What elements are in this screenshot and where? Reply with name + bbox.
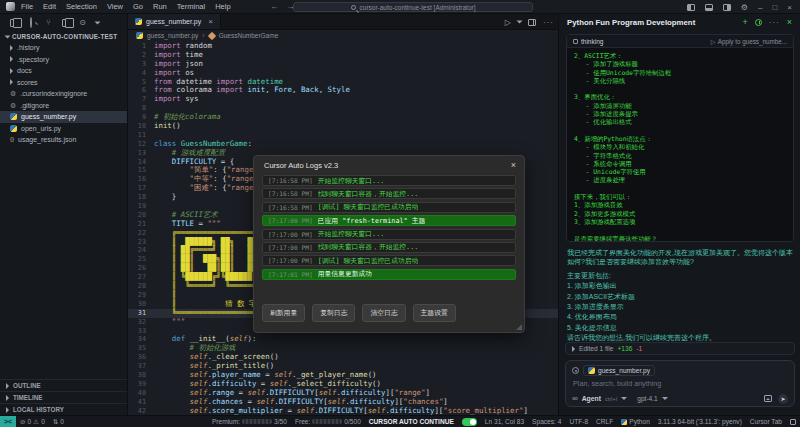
send-button[interactable]: ➤ <box>778 394 788 404</box>
dialog-button[interactable]: 主题设置 <box>413 304 456 322</box>
maximize-button[interactable]: □ <box>772 3 777 12</box>
python-interpreter[interactable]: 3.11.3 64-bit ('3.11.3': pyenv) <box>654 418 746 425</box>
menu-terminal[interactable]: Terminal <box>177 2 205 11</box>
context-eye-icon[interactable] <box>572 367 579 374</box>
thinking-line: 2、ASCII艺术： <box>574 52 786 60</box>
chevron-down-icon[interactable] <box>95 21 101 24</box>
section-outline[interactable]: OUTLINE <box>0 379 127 391</box>
problems-indicator[interactable]: ⊘0 ⚠0 <box>16 418 49 426</box>
tree-item[interactable]: .specstory <box>0 54 127 66</box>
menu-help[interactable]: Help <box>215 2 230 11</box>
run-button-icon[interactable]: ▷ <box>505 18 511 27</box>
new-chat-icon[interactable]: + <box>742 17 747 27</box>
auto-continue-toggle[interactable] <box>462 418 477 426</box>
context-file-pill[interactable]: guess_number.py <box>583 365 655 376</box>
tree-item-label: .gitignore <box>20 102 49 109</box>
settings-gear-icon[interactable]: ⚙ <box>741 3 748 12</box>
new-file-icon[interactable] <box>10 19 17 27</box>
ports-indicator[interactable]: ⇅0 <box>49 418 68 426</box>
chat-input-box[interactable]: guess_number.py Plan, search, build anyt… <box>565 360 795 407</box>
more-options-icon[interactable]: ··· <box>769 18 780 27</box>
toggle-left-sidebar-icon[interactable] <box>687 4 695 11</box>
apply-button[interactable]: ▷ Apply to guess_numbe... <box>711 38 787 45</box>
close-chat-icon[interactable]: × <box>787 17 792 27</box>
toggle-panel-icon[interactable] <box>705 4 713 11</box>
thinking-line: - 优化输出格式 <box>574 118 786 126</box>
line-number: 34 <box>128 335 154 344</box>
dialog-button[interactable]: 刷新用量 <box>262 304 305 322</box>
tree-item[interactable]: docs <box>0 65 127 77</box>
remote-indicator[interactable]: >< <box>0 416 16 427</box>
search-icon[interactable] <box>26 18 35 27</box>
dialog-close-icon[interactable]: × <box>511 160 516 170</box>
run-dropdown-icon[interactable] <box>517 21 523 24</box>
tree-item[interactable]: guess_number.py <box>0 111 127 123</box>
auto-continue-label: CURSOR AUTO CONTINUE <box>365 418 458 425</box>
breadcrumb-file[interactable]: guess_number.py <box>147 32 198 39</box>
minimize-button[interactable]: – <box>758 3 762 12</box>
tree-item[interactable]: open_urls.py <box>0 123 127 135</box>
cursor-tab-status[interactable]: Cursor Tab <box>746 418 786 425</box>
split-editor-icon[interactable] <box>528 19 536 26</box>
indentation[interactable]: Spaces: 4 <box>528 418 565 425</box>
section-timeline[interactable]: TIMELINE <box>0 391 127 403</box>
play-icon: ▷ <box>711 38 716 45</box>
premium-usage[interactable]: Premium: 3/50 <box>208 418 291 425</box>
cursor-position[interactable]: Ln 31, Col 83 <box>481 418 528 425</box>
log-timestamp: [7:17:00 PM] <box>268 217 313 224</box>
agent-mode-selector[interactable]: Agent <box>582 395 601 402</box>
source-control-icon[interactable]: ⑂ <box>44 18 53 27</box>
command-search-box[interactable]: cursor-auto-continue-test [Administrator… <box>293 2 533 12</box>
explorer-sidebar: ⑂ ⊙ CURSOR-AUTO-CONTINUE-TEST .history.s… <box>0 14 128 415</box>
resize-handle[interactable] <box>516 324 522 330</box>
log-entry: [7:17:00 PM]已应用 "fresh-terminal" 主题 <box>262 215 516 226</box>
tree-item[interactable]: scores <box>0 77 127 89</box>
thinking-line <box>574 127 786 135</box>
tab-guess-number[interactable]: guess_number.py × <box>128 14 221 29</box>
section-local-history[interactable]: LOCAL HISTORY <box>0 403 127 415</box>
chevron-down-icon[interactable] <box>662 397 668 400</box>
log-entry: [7:16:58 PM]找到聊天窗口容器，开始监控... <box>262 188 516 199</box>
menu-selection[interactable]: Selection <box>66 2 97 11</box>
tab-close-icon[interactable]: × <box>208 17 213 26</box>
history-icon[interactable] <box>755 19 762 26</box>
menu-run[interactable]: Run <box>153 2 167 11</box>
more-actions-icon[interactable]: ··· <box>543 18 554 27</box>
close-button[interactable]: × <box>787 3 792 12</box>
language-mode[interactable]: Python <box>617 418 654 425</box>
edited-files-summary[interactable]: Edited 1 file +136 -1 <box>565 342 795 355</box>
search-text: cursor-auto-continue-test [Administrator… <box>360 4 476 11</box>
menu-view[interactable]: View <box>107 2 123 11</box>
dialog-button[interactable]: 清空日志 <box>362 304 405 322</box>
cursor-auto-logs-dialog[interactable]: Cursor Auto Logs v2.3 × [7:16:58 PM]开始监控… <box>253 155 525 333</box>
breadcrumb-separator: › <box>202 32 204 39</box>
line-number: 17 <box>128 184 154 193</box>
eol-sequence[interactable]: CRLF <box>592 418 617 425</box>
dialog-title-bar[interactable]: Cursor Auto Logs v2.3 × <box>254 156 524 173</box>
free-usage[interactable]: Free: 0/500 <box>291 418 365 425</box>
dialog-button[interactable]: 复制日志 <box>312 304 355 322</box>
class-symbol-icon <box>207 31 215 39</box>
notifications-icon[interactable] <box>790 419 796 425</box>
back-icon[interactable]: ← <box>271 2 279 11</box>
line-number: 32 <box>128 318 154 327</box>
tree-item[interactable]: {}usage_results.json <box>0 134 127 146</box>
menu-edit[interactable]: Edit <box>43 2 56 11</box>
breadcrumb-symbol[interactable]: GuessNumberGame <box>219 32 279 39</box>
breadcrumb[interactable]: guess_number.py › GuessNumberGame <box>128 30 558 41</box>
tree-item[interactable]: ⚙.gitignore <box>0 100 127 112</box>
tree-item[interactable]: ⚙.cursorindexingignore <box>0 88 127 100</box>
extensions-icon[interactable] <box>62 19 69 27</box>
remote-explorer-icon[interactable]: ⊙ <box>78 18 87 27</box>
menu-file[interactable]: File <box>21 2 33 11</box>
model-selector[interactable]: gpt-4.1 <box>637 395 658 402</box>
tree-item[interactable]: .history <box>0 42 127 54</box>
thinking-line <box>574 185 786 193</box>
chevron-down-icon[interactable] <box>621 397 627 400</box>
encoding[interactable]: UTF-8 <box>565 418 592 425</box>
workspace-root[interactable]: CURSOR-AUTO-CONTINUE-TEST <box>0 30 127 42</box>
toggle-right-sidebar-icon[interactable] <box>723 4 731 11</box>
menu-go[interactable]: Go <box>133 2 143 11</box>
chat-input-placeholder[interactable]: Plan, search, build anything <box>566 376 794 391</box>
attach-image-icon[interactable] <box>764 395 772 402</box>
